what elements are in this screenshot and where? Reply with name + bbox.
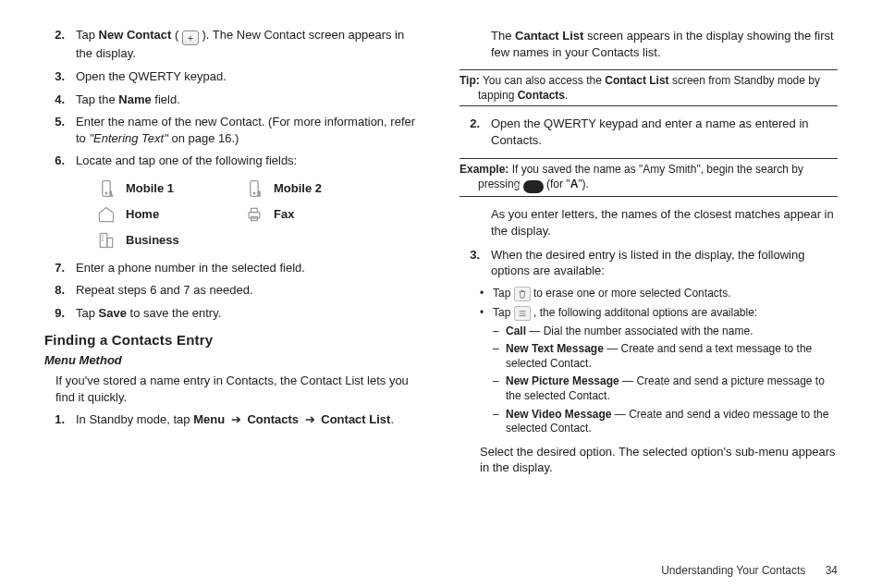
- bold-text: Contacts: [247, 412, 299, 426]
- arrow-icon: ➔: [305, 412, 315, 426]
- step-number: 9.: [44, 305, 76, 322]
- field-label: Business: [126, 233, 179, 247]
- text: (: [171, 28, 182, 42]
- bullet-item: • Tap to erase one or more selected Cont…: [480, 286, 838, 301]
- text: .: [565, 89, 568, 102]
- text: Tap: [493, 306, 514, 319]
- bold-text: Contact List: [605, 74, 668, 87]
- page-number: 34: [826, 564, 838, 577]
- bold-text: Save: [99, 306, 127, 320]
- step-number: 8.: [44, 282, 76, 299]
- plus-icon: +: [182, 31, 199, 45]
- paragraph: The Cantact List screen appears in the d…: [491, 28, 838, 60]
- text: Tap: [76, 306, 99, 320]
- dash-body: New Video Message — Create and send a vi…: [506, 408, 838, 436]
- example-block: Example: If you saved the name as "Amy S…: [459, 158, 838, 198]
- dash-item: – Call — Dial the number associated with…: [493, 325, 838, 339]
- step-number: 5.: [44, 114, 76, 146]
- mobile-icon: 1: [96, 178, 116, 199]
- contact-fields: 1 Mobile 1 2 Mobile 2 Home: [96, 178, 423, 251]
- field-label: Mobile 2: [274, 181, 322, 195]
- bold-text: New Contact: [99, 28, 172, 42]
- step-number: 3.: [44, 68, 76, 85]
- svg-point-1: [105, 192, 107, 194]
- bullet-char: •: [480, 305, 493, 321]
- dash-char: –: [493, 325, 506, 339]
- step-body: Locate and tap one of the following fiel…: [76, 153, 423, 169]
- tip-label: Tip:: [459, 74, 480, 87]
- field-label: Mobile 1: [126, 181, 174, 195]
- text: — Dial the number associated with the na…: [526, 325, 753, 337]
- left-column: 2. Tap New Contact ( + ). The New Contac…: [44, 20, 423, 579]
- text: field.: [152, 92, 180, 106]
- fax-icon: [244, 204, 264, 225]
- text: You can also access the: [480, 74, 605, 87]
- dash-item: – New Video Message — Create and send a …: [493, 408, 838, 436]
- field-business: Business: [96, 230, 244, 251]
- dash-char: –: [493, 374, 506, 403]
- bold-text: Contacts: [518, 89, 565, 102]
- step-body: Open the QWERTY keypad and enter a name …: [491, 116, 838, 148]
- dash-item: – New Text Message — Create and send a t…: [493, 342, 838, 371]
- section-name: Understanding Your Contacts: [661, 564, 805, 577]
- field-label: Home: [126, 207, 159, 221]
- italic-text: "Entering Text": [89, 131, 167, 145]
- step-number: 4.: [44, 92, 76, 108]
- bold-text: New Video Message: [506, 408, 612, 421]
- bullet-body: Tap to erase one or more selected Contac…: [493, 286, 730, 301]
- step-number: 2.: [44, 27, 76, 62]
- text: Tap: [76, 28, 99, 42]
- subheading-menu-method: Menu Method: [44, 353, 423, 367]
- paragraph: Select the desired option. The selected …: [480, 444, 838, 476]
- list-item: 9. Tap Save to save the entry.: [44, 305, 423, 322]
- dash-char: –: [493, 342, 506, 371]
- list-item: 2. Tap New Contact ( + ). The New Contac…: [44, 27, 423, 62]
- example-label: Example:: [459, 163, 508, 176]
- step-number: 7.: [44, 260, 76, 276]
- dash-char: –: [493, 408, 506, 436]
- bold-text: Call: [506, 325, 526, 337]
- list-item: 8. Repeat steps 6 and 7 as needed.: [44, 282, 423, 299]
- step-number: 2.: [459, 116, 491, 148]
- key-a-icon: *A: [523, 180, 544, 193]
- manual-page: 2. Tap New Contact ( + ). The New Contac…: [0, 0, 882, 588]
- bold-text: A: [570, 178, 579, 190]
- step-body: Enter the name of the new Contact. (For …: [76, 114, 423, 146]
- paragraph: As you enter letters, the names of the c…: [491, 206, 838, 239]
- text: on page 16.): [168, 131, 239, 145]
- list-item: 7. Enter a phone number in the selected …: [44, 260, 423, 276]
- text: , the following additonal options are av…: [531, 306, 758, 319]
- list-item: 5. Enter the name of the new Contact. (F…: [44, 114, 423, 146]
- text: (for ": [544, 178, 570, 190]
- page-footer: Understanding Your Contacts 34: [661, 564, 838, 577]
- tip-block: Tip: You can also access the Contact Lis…: [459, 69, 838, 106]
- list-item: 3. Open the QWERTY keypad.: [44, 68, 423, 85]
- arrow-icon: ➔: [231, 412, 241, 426]
- svg-rect-10: [107, 238, 113, 247]
- field-row: Business: [96, 230, 423, 251]
- heading-finding: Finding a Contacts Entry: [44, 332, 423, 348]
- svg-rect-7: [251, 208, 258, 212]
- text: to erase one or more selected Contacts.: [531, 287, 731, 300]
- step-body: Enter a phone number in the selected fie…: [76, 260, 423, 276]
- list-item: 2. Open the QWERTY keypad and enter a na…: [459, 116, 838, 148]
- text: ").: [578, 178, 589, 190]
- step-number: 6.: [44, 153, 76, 169]
- building-icon: [96, 230, 116, 251]
- home-icon: [96, 204, 116, 225]
- bold-text: Name: [118, 92, 151, 106]
- step-number: 3.: [459, 247, 491, 279]
- step-number: 1.: [44, 411, 76, 428]
- bullet-item: • Tap , the following additonal options …: [480, 305, 838, 321]
- bold-text: New Picture Message: [506, 374, 619, 387]
- step-body: Open the QWERTY keypad.: [76, 68, 423, 85]
- svg-rect-9: [100, 233, 107, 247]
- step-body: When the desired entry is listed in the …: [491, 247, 838, 279]
- list-item: 6. Locate and tap one of the following f…: [44, 153, 423, 169]
- list-item: 1. In Standby mode, tap Menu ➔ Contacts …: [44, 411, 423, 428]
- text: The: [491, 29, 515, 43]
- field-row: Home Fax: [96, 204, 423, 225]
- trash-icon: [514, 287, 531, 301]
- field-row: 1 Mobile 1 2 Mobile 2: [96, 178, 423, 199]
- step-body: Repeat steps 6 and 7 as needed.: [76, 282, 423, 299]
